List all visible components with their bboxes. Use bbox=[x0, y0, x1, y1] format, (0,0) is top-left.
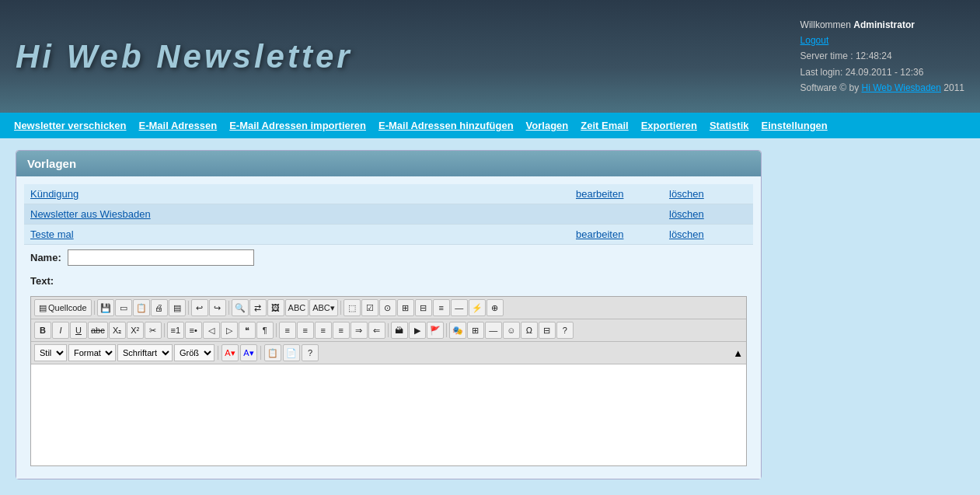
ltr-button[interactable]: ⇒ bbox=[350, 322, 368, 339]
special-button[interactable]: ⚡ bbox=[469, 299, 486, 316]
template-row: Newsletter aus Wiesbadenlöschen bbox=[24, 204, 753, 225]
new-doc-button[interactable]: ▭ bbox=[115, 299, 132, 316]
strikethrough-button[interactable]: abc bbox=[88, 322, 108, 339]
template-name[interactable]: Newsletter aus Wiesbaden bbox=[30, 208, 576, 220]
navbar: Newsletter verschickenE-Mail AdressenE-M… bbox=[0, 113, 980, 138]
separator-5 bbox=[164, 323, 165, 337]
image-insert-button[interactable]: 🖼 bbox=[267, 299, 284, 316]
special2-button[interactable]: 🎭 bbox=[449, 322, 466, 339]
template-loeschen-link[interactable]: löschen bbox=[669, 188, 747, 200]
hr-button[interactable]: — bbox=[451, 299, 468, 316]
paste-text-button[interactable]: 📄 bbox=[283, 344, 300, 361]
autocorrect-button[interactable]: ABC▾ bbox=[309, 299, 338, 316]
scrollbar-up[interactable]: ▲ bbox=[733, 347, 743, 359]
select-all-button[interactable]: ⬚ bbox=[344, 299, 361, 316]
vorlagen-body: KündigungbearbeitenlöschenNewsletter aus… bbox=[16, 176, 761, 479]
find-button[interactable]: 🔍 bbox=[232, 299, 249, 316]
template-loeschen-link[interactable]: löschen bbox=[669, 208, 747, 220]
table2-button[interactable]: ⊞ bbox=[467, 322, 484, 339]
bg-color-button[interactable]: A▾ bbox=[240, 344, 257, 361]
server-time: Server time : 12:48:24 bbox=[800, 48, 964, 64]
text-form-row: Text: bbox=[24, 270, 753, 291]
copy-button[interactable]: 📋 bbox=[133, 299, 150, 316]
nav-item-8[interactable]: Einstellungen bbox=[755, 117, 834, 134]
superscript-button[interactable]: X² bbox=[127, 322, 144, 339]
welcome-text: Willkommen Administrator bbox=[800, 17, 964, 33]
editor-toolbar-bottom: Stil Format Schriftart Größ A▾ A▾ � bbox=[31, 342, 746, 364]
ul-button[interactable]: ≡• bbox=[185, 322, 202, 339]
redo-button[interactable]: ↪ bbox=[209, 299, 226, 316]
italic-button[interactable]: I bbox=[52, 322, 69, 339]
htable-button[interactable]: ⊟ bbox=[415, 299, 432, 316]
hline-button[interactable]: — bbox=[485, 322, 502, 339]
nav-item-1[interactable]: E-Mail Adressen bbox=[133, 117, 224, 134]
format-select[interactable]: Format bbox=[68, 344, 116, 361]
logout-container: Logout bbox=[800, 33, 964, 48]
bold-button[interactable]: B bbox=[34, 322, 51, 339]
nav-item-5[interactable]: Zeit Email bbox=[574, 117, 634, 134]
formatblock-button[interactable]: ¶ bbox=[256, 322, 274, 339]
stil-select[interactable]: Stil bbox=[34, 344, 67, 361]
separator-10 bbox=[260, 346, 261, 360]
iframe-button[interactable]: ⊟ bbox=[539, 322, 556, 339]
img-button[interactable]: 🏔 bbox=[391, 322, 408, 339]
media-button[interactable]: ▶ bbox=[409, 322, 426, 339]
list-edit-button[interactable]: ≡ bbox=[433, 299, 450, 316]
blockquote-button[interactable]: ❝ bbox=[239, 322, 256, 339]
quellcode-button[interactable]: ▤ Quellcode bbox=[34, 299, 92, 316]
table-insert-button[interactable]: ⊞ bbox=[397, 299, 414, 316]
paste-button[interactable]: 📋 bbox=[264, 344, 281, 361]
font-color-button[interactable]: A▾ bbox=[221, 344, 239, 361]
content: Vorlagen KündigungbearbeitenlöschenNewsl… bbox=[0, 138, 980, 491]
help2-button[interactable]: ? bbox=[302, 344, 319, 361]
align-justify-button[interactable]: ≡ bbox=[333, 322, 350, 339]
editor-toolbar-top: ▤ Quellcode 💾 ▭ 📋 🖨 ▤ ↩ ↪ 🔍 ⇄ 🖼 bbox=[31, 297, 746, 319]
template-bearbeiten-link[interactable]: bearbeiten bbox=[576, 228, 669, 240]
spellcheck-button[interactable]: ABC bbox=[285, 299, 309, 316]
symbol-button[interactable]: ⊙ bbox=[379, 299, 396, 316]
omega-button[interactable]: Ω bbox=[521, 322, 538, 339]
template-name[interactable]: Kündigung bbox=[30, 188, 576, 200]
template-name[interactable]: Teste mal bbox=[30, 228, 576, 240]
groesse-select[interactable]: Größ bbox=[174, 344, 214, 361]
template-loeschen-link[interactable]: löschen bbox=[669, 228, 747, 240]
outdent-button[interactable]: ◁ bbox=[203, 322, 220, 339]
nav-item-7[interactable]: Statistik bbox=[703, 117, 755, 134]
undo-button[interactable]: ↩ bbox=[191, 299, 208, 316]
software-info: Software © by Hi Web Wiesbaden 2011 bbox=[800, 80, 964, 96]
align-right-button[interactable]: ≡ bbox=[315, 322, 332, 339]
align-center-button[interactable]: ≡ bbox=[297, 322, 314, 339]
rtl-button[interactable]: ⇐ bbox=[368, 322, 385, 339]
template-button[interactable]: ▤ bbox=[169, 299, 186, 316]
nav-item-0[interactable]: Newsletter verschicken bbox=[8, 117, 133, 134]
align-left-button[interactable]: ≡ bbox=[279, 322, 296, 339]
source-button[interactable]: ⊕ bbox=[487, 299, 504, 316]
ol-button[interactable]: ≡1 bbox=[167, 322, 184, 339]
hi-web-link[interactable]: Hi Web Wiesbaden bbox=[861, 82, 941, 93]
name-input[interactable] bbox=[68, 249, 254, 266]
print-button[interactable]: 🖨 bbox=[151, 299, 168, 316]
admin-name: Administrator bbox=[853, 19, 915, 30]
flag-button[interactable]: 🚩 bbox=[427, 322, 444, 339]
text-label: Text: bbox=[30, 275, 54, 287]
underline-button[interactable]: U bbox=[70, 322, 87, 339]
logout-link[interactable]: Logout bbox=[800, 35, 829, 46]
nav-item-2[interactable]: E-Mail Adressen importieren bbox=[223, 117, 372, 134]
template-bearbeiten-link[interactable]: bearbeiten bbox=[576, 188, 669, 200]
emoji-button[interactable]: ☺ bbox=[503, 322, 520, 339]
replace-button[interactable]: ⇄ bbox=[249, 299, 267, 316]
name-label: Name: bbox=[30, 252, 61, 263]
schriftart-select[interactable]: Schriftart bbox=[117, 344, 173, 361]
editor-container: ▤ Quellcode 💾 ▭ 📋 🖨 ▤ ↩ ↪ 🔍 ⇄ 🖼 bbox=[30, 296, 747, 466]
nav-item-3[interactable]: E-Mail Adressen hinzufügen bbox=[372, 117, 520, 134]
nav-item-4[interactable]: Vorlagen bbox=[520, 117, 575, 134]
indent-button[interactable]: ▷ bbox=[221, 322, 238, 339]
help-button[interactable]: ? bbox=[556, 322, 574, 339]
site-logo: Hi Web Newsletter bbox=[16, 38, 353, 75]
checkbox-button[interactable]: ☑ bbox=[361, 299, 378, 316]
removeformat-button[interactable]: ✂ bbox=[145, 322, 162, 339]
subscript-button[interactable]: X₂ bbox=[109, 322, 126, 339]
editor-body[interactable] bbox=[31, 364, 746, 465]
save-button[interactable]: 💾 bbox=[97, 299, 114, 316]
nav-item-6[interactable]: Exportieren bbox=[635, 117, 703, 134]
